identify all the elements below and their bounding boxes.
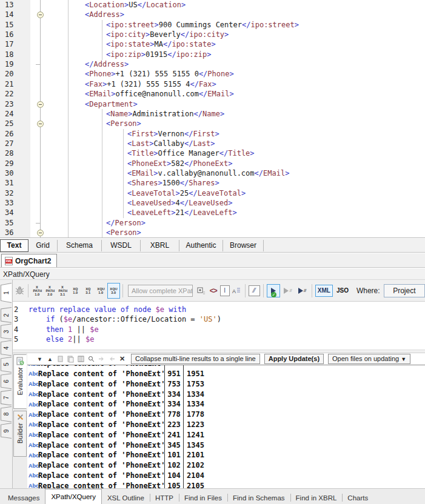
query-tab-8[interactable]: 8 — [1, 406, 12, 422]
run-evaluation-button[interactable]: /// — [295, 284, 309, 297]
fold-collapse-icon[interactable] — [37, 101, 44, 108]
xpath-mode-dropdown[interactable]: Allow complete XPath ▾ — [128, 285, 193, 297]
output-tab-xpath-xquery[interactable]: XPath/XQuery — [45, 489, 102, 504]
xml-line[interactable]: 13<Location>US</Location> — [0, 0, 425, 10]
clear-results-icon[interactable]: ✕ — [118, 354, 127, 363]
query-line[interactable]: 3 if ($e/ancestor::Office/Location = 'US… — [13, 314, 425, 324]
copy-table-icon[interactable] — [76, 354, 85, 363]
view-tab-text[interactable]: Text — [0, 239, 28, 252]
apply-updates-button[interactable]: Apply Update(s) — [264, 354, 324, 364]
fold-collapse-icon[interactable] — [37, 12, 44, 18]
result-row[interactable]: AbcReplace content of 'PhoneExt'1052105 — [27, 481, 425, 488]
json-mode-toggle[interactable]: JSO — [334, 285, 351, 297]
xml-line[interactable]: 29<PhoneExt>582</PhoneExt> — [0, 159, 425, 168]
view-tab-xbrl[interactable]: XBRL — [141, 240, 179, 251]
next-result-icon[interactable]: ▼ — [35, 354, 44, 363]
xml-line[interactable]: 37<First>Frank</First> — [0, 237, 425, 238]
xpath-version-button-xq-3.1[interactable]: XQ3.1 — [82, 283, 95, 299]
xml-line[interactable]: 25<Person> — [0, 119, 425, 128]
xpath-version-button-x-path-3.1[interactable]: XPATH3.1 — [56, 283, 69, 299]
output-tab-find-in-files[interactable]: Find in Files — [179, 491, 227, 504]
xml-line[interactable]: 21<Fax>+1 (321) 555 5155 4</Fax> — [0, 79, 425, 89]
output-tab-xsl-outline[interactable]: XSL Outline — [102, 491, 150, 504]
view-tab-wsdl[interactable]: WSDL — [102, 240, 141, 251]
result-row[interactable]: AbcReplace content of 'PhoneExt'3341334 — [27, 390, 425, 400]
xml-line[interactable]: 18<ipo:zip>01915</ipo:zip> — [0, 50, 425, 59]
result-row[interactable]: AbcReplace content of 'PhoneExt'3341334 — [27, 399, 425, 409]
xpath-version-button-x-path-2.0[interactable]: XPATH2.0 — [44, 283, 56, 299]
tab-orgchart2[interactable]: XML OrgChart2 — [1, 254, 57, 267]
text-list-icon[interactable]: A — [231, 284, 242, 297]
expand-node-icon[interactable] — [196, 284, 207, 297]
query-line[interactable]: 4 then 1 || $e — [13, 325, 425, 334]
xml-line[interactable]: 15<ipo:street>900 Cummings Center</ipo:s… — [0, 20, 425, 30]
output-tab-http[interactable]: HTTP — [150, 491, 179, 504]
output-tab-charts[interactable]: Charts — [342, 491, 373, 504]
query-line[interactable]: 5 else 2|| $e — [13, 334, 425, 344]
query-tab-4[interactable]: 4 — [1, 340, 12, 356]
xquery-expression-editor[interactable]: 2return replace value of node $e with3 i… — [13, 302, 425, 350]
xml-line[interactable]: 24<Name>Administration</Name> — [0, 109, 425, 119]
xml-line[interactable]: 36<Person> — [0, 228, 425, 237]
xml-line[interactable]: 34<LeaveLeft>21</LeaveLeft> — [0, 208, 425, 217]
output-tab-find-in-schemas[interactable]: Find in Schemas — [227, 491, 290, 504]
previous-result-icon[interactable]: ▲ — [45, 354, 55, 363]
query-tab-5[interactable]: 5 — [1, 357, 12, 373]
view-tab-grid[interactable]: Grid — [28, 240, 58, 251]
xml-line[interactable]: 26<First>Vernon</First> — [0, 129, 425, 139]
query-tab-6[interactable]: 6 — [1, 373, 12, 389]
output-tab-messages[interactable]: Messages — [2, 491, 45, 504]
query-tab-9[interactable]: 9 — [1, 423, 12, 439]
text-cursor-icon[interactable]: I — [220, 285, 230, 296]
xpath-version-button-xqu-3.0[interactable]: XQU3.0 — [107, 283, 120, 299]
evaluate-on-typing-button[interactable]: ✓ — [267, 284, 280, 297]
scope-project-button[interactable]: Project — [384, 284, 425, 297]
xml-line[interactable]: 19</Address> — [0, 59, 425, 69]
query-tab-7[interactable]: 7 — [1, 390, 12, 405]
copy-all-results-icon[interactable] — [66, 354, 75, 363]
query-tab-2[interactable]: 2 — [1, 307, 12, 323]
markup-tags-icon[interactable]: <> — [208, 284, 219, 297]
xml-line[interactable]: 30<EMail>v.callaby@nanonull.com</EMail> — [0, 168, 425, 178]
goto-node-icon[interactable] — [107, 354, 116, 363]
view-tab-browser[interactable]: Browser — [223, 240, 264, 251]
xml-line[interactable]: 22<EMail>office@nanonull.com</EMail> — [0, 89, 425, 99]
view-tab-schema[interactable]: Schema — [58, 240, 102, 251]
debug-bug-icon[interactable] — [14, 284, 25, 297]
view-tab-authentic[interactable]: Authentic — [179, 240, 223, 251]
xml-line[interactable]: 31<Shares>1500</Shares> — [0, 178, 425, 188]
fold-collapse-icon[interactable] — [37, 121, 44, 127]
xml-line[interactable]: 27<Last>Callaby</Last> — [0, 139, 425, 148]
collapse-results-button[interactable]: Collapse multi-line results to a single … — [131, 354, 260, 364]
tab-evaluator[interactable]: Evaluator — [13, 354, 27, 409]
result-row[interactable]: AbcReplace content of 'PhoneExt'9511951 — [27, 369, 425, 379]
result-row[interactable]: AbcReplace content of 'PhoneExt'7781778 — [27, 409, 425, 420]
xml-line[interactable]: 35</Person> — [0, 218, 425, 228]
comment-toggle-icon[interactable]: ⁄⁄ — [249, 285, 261, 296]
result-row[interactable]: AbcReplace content of 'PhoneExt'7531753 — [27, 379, 425, 390]
debug-evaluation-button[interactable]: /// — [281, 284, 295, 297]
result-row[interactable]: AbcReplace content of 'PhoneExt'3451345 — [27, 440, 425, 451]
result-row[interactable]: AbcReplace content of 'PhoneExt'1012101 — [27, 450, 425, 460]
xml-line[interactable]: 33<LeaveUsed>4</LeaveUsed> — [0, 198, 425, 208]
xml-line[interactable]: 28<Title>Office Manager</Title> — [0, 148, 425, 158]
xml-line[interactable]: 20<Phone>+1 (321) 555 5155 0</Phone> — [0, 69, 425, 79]
result-row[interactable]: AbcReplace content of 'PhoneExt'1042104 — [27, 471, 425, 481]
xml-mode-toggle[interactable]: XML — [315, 285, 333, 297]
result-row[interactable]: AbcReplace content of 'PhoneExt'1022102 — [27, 460, 425, 471]
magnifier-icon[interactable] — [87, 354, 96, 363]
xml-line[interactable]: 16<ipo:city>Beverly</ipo:city> — [0, 30, 425, 39]
query-line[interactable]: 2return replace value of node $e with — [13, 305, 425, 314]
result-row[interactable]: AbcReplace content of 'PhoneExt'2231223 — [27, 420, 425, 430]
output-tab-find-in-xbrl[interactable]: Find in XBRL — [290, 491, 343, 504]
xml-text-view[interactable]: 13<Location>US</Location>14<Address>15<i… — [0, 0, 425, 238]
xml-line[interactable]: 23<Department> — [0, 99, 425, 109]
result-row[interactable]: AbcReplace content of 'PhoneExt'2411241 — [27, 430, 425, 440]
xpath-version-button-xqu-1.0[interactable]: XQU1.0 — [95, 283, 107, 299]
query-tab-3[interactable]: 3 — [1, 323, 12, 339]
query-tab-1[interactable]: 1 — [1, 283, 12, 303]
xpath-version-button-xq-1.0[interactable]: XQ1.0 — [69, 283, 82, 299]
xpath-version-button-x-path-1.0[interactable]: XPATH1.0 — [31, 283, 44, 299]
tab-builder[interactable]: Builder — [13, 411, 27, 457]
fold-collapse-icon[interactable] — [37, 230, 44, 236]
